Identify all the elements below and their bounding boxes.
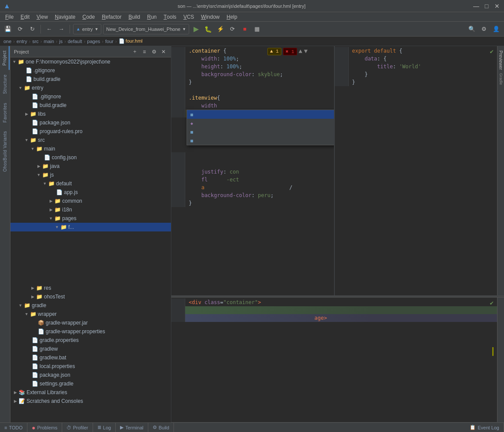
tree-item-gradlew[interactable]: 📄 gradlew xyxy=(10,345,171,353)
tree-item-main[interactable]: ▼ 📁 main xyxy=(10,144,171,153)
menu-view[interactable]: View xyxy=(33,12,51,21)
tree-item-java[interactable]: ▶ 📁 java xyxy=(10,162,171,171)
tree-item-gitignore2[interactable]: 📄 .gitignore xyxy=(10,92,171,101)
tree-item-one[interactable]: ▼ 📁 one F:\hormonyos2022\jsproject\one xyxy=(10,57,171,66)
autocomplete-item-4[interactable]: ■ xyxy=(187,136,334,145)
tree-item-pages[interactable]: ▼ 📁 pages xyxy=(10,214,171,223)
menu-navigate[interactable]: Navigate xyxy=(51,12,79,21)
tree-item-gradle[interactable]: ▼ 📁 gradle xyxy=(10,301,171,310)
search-btn[interactable]: 🔍 xyxy=(467,24,477,34)
tab-profiler[interactable]: ⏱ Profiler xyxy=(62,423,93,432)
tree-item-proguard[interactable]: 📄 proguard-rules.pro xyxy=(10,127,171,136)
breadcrumb-entry[interactable]: entry xyxy=(17,39,27,44)
tab-build[interactable]: ⚙ Build xyxy=(148,423,174,432)
tree-item-default[interactable]: ▼ 📁 default xyxy=(10,179,171,188)
menu-vcs[interactable]: VCS xyxy=(180,12,198,21)
tree-item-wrapper[interactable]: ▼ 📁 wrapper xyxy=(10,310,171,318)
html-editor[interactable]: ✔ <div class="container"> xyxy=(171,298,497,422)
previewer-tab[interactable]: Previewer xyxy=(497,46,504,74)
gradle-right-icon[interactable]: Gradle xyxy=(498,76,504,82)
menu-help[interactable]: Help xyxy=(223,12,241,21)
tree-item-build-gradle1[interactable]: 📄 build.gradle xyxy=(10,75,171,84)
tree-item-gitignore1[interactable]: 📄 .gitignore xyxy=(10,66,171,75)
breadcrumb-pages[interactable]: pages xyxy=(87,39,100,44)
toolbar-refresh-btn[interactable]: ↻ xyxy=(27,24,37,34)
fold-up-icon[interactable]: ▲ xyxy=(299,48,302,55)
maximize-button[interactable]: □ xyxy=(483,3,490,10)
toolbar-sync-btn[interactable]: ⟳ xyxy=(15,24,25,34)
tab-event-log[interactable]: 📋 Event Log xyxy=(465,423,504,432)
sidebar-add-btn[interactable]: ＋ xyxy=(131,48,139,56)
menu-file[interactable]: File xyxy=(2,12,17,21)
breadcrumb-main[interactable]: main xyxy=(44,39,54,44)
tree-item-settings-gradle[interactable]: 📄 settings.gradle xyxy=(10,379,171,388)
menu-run[interactable]: Run xyxy=(144,12,160,21)
menu-tools[interactable]: Tools xyxy=(160,12,180,21)
breadcrumb-src[interactable]: src xyxy=(32,39,39,44)
tab-log[interactable]: ≣ Log xyxy=(93,423,116,432)
entry-dropdown[interactable]: ▲ entry ▼ xyxy=(73,24,101,34)
toolbar-back-btn[interactable]: ← xyxy=(44,24,54,34)
stop-btn[interactable]: ■ xyxy=(240,24,250,34)
toolbar-save-btn[interactable]: 💾 xyxy=(3,24,13,34)
tree-item-common[interactable]: ▶ 📁 common xyxy=(10,197,171,205)
menu-build[interactable]: Build xyxy=(125,12,144,21)
tree-item-js[interactable]: ▼ 📁 js xyxy=(10,171,171,179)
tab-favorites[interactable]: Favorites xyxy=(1,98,9,127)
fold-down-icon[interactable]: ▼ xyxy=(304,48,307,55)
tree-item-package-json2[interactable]: 📄 package.json xyxy=(10,371,171,379)
autocomplete-item-1[interactable]: ■ xyxy=(187,110,334,119)
tree-item-src[interactable]: ▼ 📁 src xyxy=(10,136,171,144)
breadcrumb-js[interactable]: js xyxy=(59,39,63,44)
menu-refactor[interactable]: Refactor xyxy=(98,12,125,21)
tree-item-scratches[interactable]: ▶ 📝 Scratches and Consoles xyxy=(10,397,171,405)
js-editor[interactable]: ✔ export default { data: { xyxy=(334,46,497,295)
tree-item-four-folder[interactable]: ▼ 📁 f... xyxy=(10,223,171,231)
autocomplete-item-2[interactable]: ◆ xyxy=(187,119,334,127)
tree-item-ohostest[interactable]: ▶ 📁 ohosTest xyxy=(10,292,171,301)
autocomplete-popup[interactable]: ■ ◆ ■ xyxy=(187,110,334,145)
tree-item-build-gradle2[interactable]: 📄 build.gradle xyxy=(10,101,171,110)
debug-btn[interactable]: 🐛 xyxy=(203,24,214,34)
breadcrumb-file[interactable]: 📄four.hml xyxy=(119,38,143,44)
settings-btn[interactable]: ⚙ xyxy=(479,24,489,34)
breadcrumb-four[interactable]: four xyxy=(105,39,113,44)
tree-item-entry[interactable]: ▼ 📁 entry xyxy=(10,84,171,92)
tree-item-local-properties[interactable]: 📄 local.properties xyxy=(10,362,171,371)
minimize-button[interactable]: — xyxy=(473,3,480,10)
run-btn[interactable]: ▶ xyxy=(191,24,201,34)
breadcrumb-default[interactable]: default xyxy=(68,39,82,44)
autocomplete-item-3[interactable]: ■ xyxy=(187,127,334,136)
account-btn[interactable]: 👤 xyxy=(491,24,501,34)
menu-window[interactable]: Window xyxy=(197,12,223,21)
toolbar-forward-btn[interactable]: → xyxy=(56,24,67,34)
tab-structure[interactable]: Structure xyxy=(1,70,9,98)
tab-problems[interactable]: ● Problems xyxy=(27,423,62,432)
menu-code[interactable]: Code xyxy=(79,12,98,21)
tree-item-libs[interactable]: ▶ 📁 libs xyxy=(10,110,171,118)
tab-project[interactable]: Project xyxy=(0,46,10,70)
tree-item-app-js[interactable]: 📄 app.js xyxy=(10,188,171,197)
tree-item-gradle-wrapper-jar[interactable]: 📦 gradle-wrapper.jar xyxy=(10,318,171,327)
reload-btn[interactable]: ⟳ xyxy=(227,24,238,34)
css-editor[interactable]: ▲ 1 ✖ 1 ▲ ▼ .container { wid xyxy=(171,46,334,295)
coverage-btn[interactable]: ▦ xyxy=(252,24,262,34)
close-button[interactable]: ✕ xyxy=(494,3,501,10)
sidebar-gear-btn[interactable]: ⚙ xyxy=(150,48,158,56)
profile-btn[interactable]: ⚡ xyxy=(215,24,226,34)
menu-edit[interactable]: Edit xyxy=(17,12,33,21)
tree-item-external-libraries[interactable]: ▶ 📚 External Libraries xyxy=(10,388,171,397)
device-dropdown[interactable]: New_Device_from_Huawei_Phone ▼ xyxy=(103,24,189,34)
tree-item-gradle-properties[interactable]: 📄 gradle.properties xyxy=(10,336,171,345)
sidebar-sync-btn[interactable]: ≡ xyxy=(140,48,148,56)
tree-item-i18n[interactable]: ▶ 📁 i18n xyxy=(10,205,171,214)
tree-item-gradle-wrapper-properties[interactable]: 📄 gradle-wrapper.properties xyxy=(10,327,171,336)
tab-ohos-build-variants[interactable]: OhosBuild Variants xyxy=(1,127,9,176)
tree-item-config-json[interactable]: 📄 config.json xyxy=(10,153,171,162)
tab-terminal[interactable]: ▶ Terminal xyxy=(116,423,148,432)
sidebar-close-btn[interactable]: ✕ xyxy=(160,48,167,56)
breadcrumb-one[interactable]: one xyxy=(3,39,11,44)
tab-todo[interactable]: ≡ TODO xyxy=(0,423,27,432)
tree-item-package-json1[interactable]: 📄 package.json xyxy=(10,118,171,127)
tree-item-res[interactable]: ▶ 📁 res xyxy=(10,284,171,292)
